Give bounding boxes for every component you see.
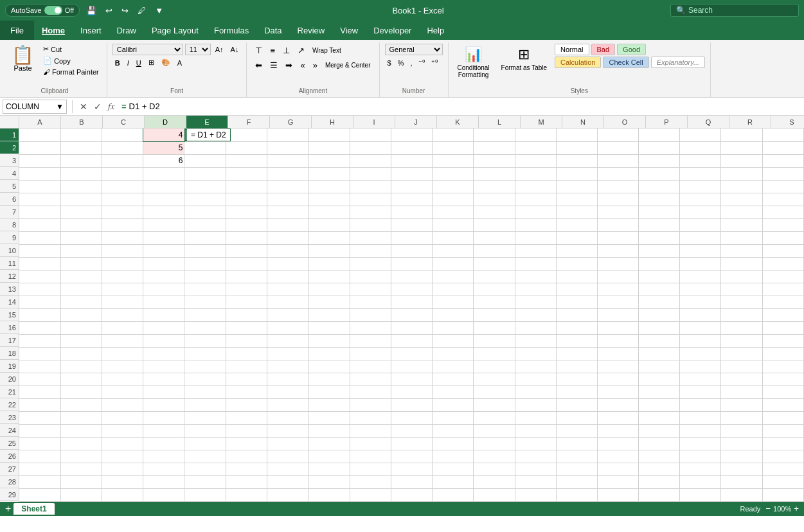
autosave-toggle[interactable] xyxy=(44,6,62,15)
cell-L26[interactable] xyxy=(474,450,515,463)
row-number-18[interactable]: 18 xyxy=(0,347,19,360)
cell-N27[interactable] xyxy=(556,463,597,475)
cell-F18[interactable] xyxy=(226,347,267,360)
cell-M6[interactable] xyxy=(515,193,556,206)
cell-R16[interactable] xyxy=(721,321,762,334)
cell-S14[interactable] xyxy=(762,296,803,308)
cell-R8[interactable] xyxy=(721,218,762,231)
cell-N2[interactable] xyxy=(556,141,597,154)
cell-I22[interactable] xyxy=(350,398,391,411)
cell-O5[interactable] xyxy=(597,180,638,193)
cell-K4[interactable] xyxy=(433,167,474,180)
cell-G13[interactable] xyxy=(267,283,308,296)
cell-J9[interactable] xyxy=(391,231,432,244)
cell-I2[interactable] xyxy=(350,141,391,154)
row-number-11[interactable]: 11 xyxy=(0,257,19,270)
menu-home[interactable]: Home xyxy=(34,21,73,40)
cell-Q16[interactable] xyxy=(680,321,721,334)
cell-A28[interactable] xyxy=(19,475,60,488)
cell-M10[interactable] xyxy=(515,244,556,257)
cell-A27[interactable] xyxy=(19,463,60,475)
cell-H3[interactable] xyxy=(308,154,350,167)
cell-K6[interactable] xyxy=(433,193,474,206)
cell-E4[interactable] xyxy=(184,167,226,180)
cell-J6[interactable] xyxy=(391,193,432,206)
cell-L15[interactable] xyxy=(474,308,515,321)
cell-C22[interactable] xyxy=(102,398,143,411)
cut-button[interactable]: ✂ Cut xyxy=(40,44,102,55)
cell-Q6[interactable] xyxy=(680,193,721,206)
col-header-A[interactable]: A xyxy=(19,116,61,128)
cell-K7[interactable] xyxy=(433,206,474,218)
confirm-formula-button[interactable]: ✓ xyxy=(92,102,103,112)
col-header-H[interactable]: H xyxy=(312,116,353,128)
cell-C12[interactable] xyxy=(102,270,143,283)
col-header-G[interactable]: G xyxy=(270,116,312,128)
cell-J1[interactable] xyxy=(391,129,432,141)
cell-F25[interactable] xyxy=(226,437,267,450)
cell-B1[interactable] xyxy=(60,129,102,141)
cell-N16[interactable] xyxy=(556,321,597,334)
cell-L1[interactable] xyxy=(474,129,515,141)
cell-F6[interactable] xyxy=(226,193,267,206)
cell-P16[interactable] xyxy=(639,321,680,334)
cell-J2[interactable] xyxy=(391,141,432,154)
cell-P28[interactable] xyxy=(639,475,680,488)
cell-B11[interactable] xyxy=(60,257,102,270)
row-number-17[interactable]: 17 xyxy=(0,334,19,347)
font-name-select[interactable]: Calibri Arial xyxy=(112,44,183,55)
cell-A16[interactable] xyxy=(19,321,60,334)
cell-A10[interactable] xyxy=(19,244,60,257)
cell-L21[interactable] xyxy=(474,386,515,398)
cell-P20[interactable] xyxy=(639,373,680,386)
cell-B16[interactable] xyxy=(60,321,102,334)
cell-Q23[interactable] xyxy=(680,411,721,424)
copy-button[interactable]: 📄 Copy xyxy=(40,55,102,66)
cell-A3[interactable] xyxy=(19,154,60,167)
cell-C21[interactable] xyxy=(102,386,143,398)
cell-R25[interactable] xyxy=(721,437,762,450)
cell-F1[interactable] xyxy=(226,129,267,141)
cell-G27[interactable] xyxy=(267,463,308,475)
cell-B15[interactable] xyxy=(60,308,102,321)
cell-R12[interactable] xyxy=(721,270,762,283)
col-header-C[interactable]: C xyxy=(103,116,145,128)
cell-L13[interactable] xyxy=(474,283,515,296)
cell-D5[interactable] xyxy=(143,180,184,193)
cell-O17[interactable] xyxy=(597,334,638,347)
cell-K2[interactable] xyxy=(433,141,474,154)
normal-style-button[interactable]: Normal xyxy=(555,44,589,55)
cell-O14[interactable] xyxy=(597,296,638,308)
cell-P9[interactable] xyxy=(639,231,680,244)
row-number-2[interactable]: 2 xyxy=(0,141,19,154)
cell-K29[interactable] xyxy=(433,488,474,501)
search-input[interactable] xyxy=(688,6,791,15)
cell-L29[interactable] xyxy=(474,488,515,501)
cell-K17[interactable] xyxy=(433,334,474,347)
cell-L16[interactable] xyxy=(474,321,515,334)
cell-E27[interactable] xyxy=(184,463,226,475)
cell-N9[interactable] xyxy=(556,231,597,244)
cell-G21[interactable] xyxy=(267,386,308,398)
cell-R4[interactable] xyxy=(721,167,762,180)
sheet-tab-1[interactable]: Sheet1 xyxy=(13,503,54,515)
cell-C13[interactable] xyxy=(102,283,143,296)
cell-D9[interactable] xyxy=(143,231,184,244)
cell-D8[interactable] xyxy=(143,218,184,231)
zoom-in-button[interactable]: + xyxy=(794,504,799,513)
cell-G12[interactable] xyxy=(267,270,308,283)
cell-H15[interactable] xyxy=(308,308,350,321)
cell-O1[interactable] xyxy=(597,129,638,141)
cell-J5[interactable] xyxy=(391,180,432,193)
cell-O10[interactable] xyxy=(597,244,638,257)
cell-B9[interactable] xyxy=(60,231,102,244)
row-number-29[interactable]: 29 xyxy=(0,488,19,501)
insert-function-button[interactable]: 𝑓𝑥 xyxy=(106,101,116,112)
cell-O29[interactable] xyxy=(597,488,638,501)
cell-N29[interactable] xyxy=(556,488,597,501)
cell-O22[interactable] xyxy=(597,398,638,411)
col-header-Q[interactable]: Q xyxy=(688,116,729,128)
cell-J4[interactable] xyxy=(391,167,432,180)
add-sheet-button[interactable]: + xyxy=(5,503,11,515)
col-header-S[interactable]: S xyxy=(771,116,804,128)
